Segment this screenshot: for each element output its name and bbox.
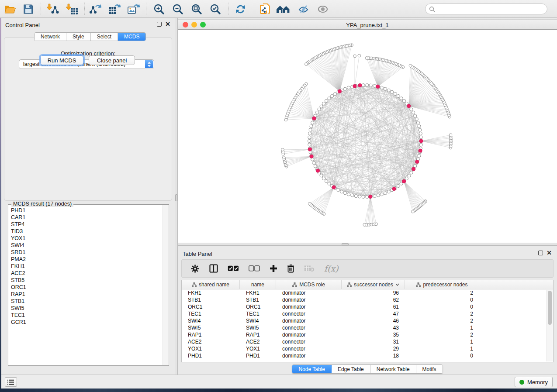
graph-mcds-node[interactable]: [338, 89, 341, 93]
table-scrollbar[interactable]: [547, 290, 553, 361]
graph-node[interactable]: [282, 156, 285, 159]
mcds-result-item[interactable]: TID3: [10, 228, 162, 235]
graph-node[interactable]: [418, 154, 421, 157]
graph-mcds-node[interactable]: [316, 169, 320, 172]
tab-edge-table[interactable]: Edge Table: [332, 365, 370, 373]
graph-node[interactable]: [309, 128, 312, 131]
graph-mcds-node[interactable]: [415, 160, 419, 163]
graph-node[interactable]: [337, 189, 340, 192]
mcds-result-item[interactable]: TEC1: [10, 312, 162, 319]
graph-node[interactable]: [320, 105, 323, 108]
zoom-in-button[interactable]: [152, 2, 166, 16]
home-networks-button[interactable]: [276, 2, 291, 16]
graph-node[interactable]: [387, 190, 390, 193]
graph-node[interactable]: [384, 192, 387, 195]
tab-mcds[interactable]: MCDS: [118, 33, 145, 41]
tab-style[interactable]: Style: [66, 33, 91, 41]
graph-node[interactable]: [281, 148, 284, 151]
graph-node[interactable]: [408, 174, 411, 177]
float-panel-icon[interactable]: [157, 22, 162, 27]
graph-node[interactable]: [412, 210, 415, 213]
graph-mcds-node[interactable]: [358, 84, 362, 87]
graph-node[interactable]: [347, 193, 350, 196]
mcds-result-item[interactable]: ORC1: [10, 284, 162, 291]
graph-node[interactable]: [354, 195, 357, 198]
save-session-button[interactable]: [21, 2, 36, 16]
table-row[interactable]: RAP1RAP1dominator352: [182, 331, 553, 338]
import-table-button[interactable]: [65, 2, 80, 16]
zoom-selected-button[interactable]: [208, 2, 223, 16]
graph-node[interactable]: [365, 57, 368, 60]
mcds-result-item[interactable]: ACE2: [10, 270, 162, 277]
graph-mcds-node[interactable]: [369, 195, 372, 198]
table-row[interactable]: YOX1YOX1connector291: [182, 345, 553, 352]
table-row[interactable]: SWI4SWI4dominator462: [182, 317, 553, 324]
column-header-predecessor-nodes[interactable]: predecessor nodes: [405, 280, 479, 289]
table-row[interactable]: PHD1PHD1dominator180: [182, 352, 553, 359]
graph-node[interactable]: [387, 89, 390, 92]
mcds-result-item[interactable]: GCR1: [10, 319, 162, 326]
column-header-successor-nodes[interactable]: successor nodes: [342, 280, 405, 289]
vertical-splitter-handle[interactable]: [175, 194, 177, 201]
vertical-splitter[interactable]: [175, 18, 178, 375]
table-row[interactable]: SWI5SWI5connector431: [182, 324, 553, 331]
graph-node[interactable]: [320, 174, 323, 177]
graph-node[interactable]: [449, 134, 452, 137]
graph-node[interactable]: [331, 94, 334, 97]
graph-node[interactable]: [419, 143, 422, 146]
mcds-result-item[interactable]: RAP1: [10, 291, 162, 298]
graph-node[interactable]: [418, 125, 421, 128]
graph-mcds-node[interactable]: [407, 104, 411, 108]
graph-node[interactable]: [347, 86, 350, 89]
graph-node[interactable]: [308, 139, 311, 142]
mcds-result-item[interactable]: STP4: [10, 221, 162, 228]
graph-node[interactable]: [284, 118, 287, 121]
graph-node[interactable]: [419, 128, 422, 131]
mcds-result-item[interactable]: YOX1: [10, 235, 162, 242]
graph-node[interactable]: [380, 86, 383, 89]
select-all-columns-button[interactable]: [228, 265, 239, 272]
column-header-MCDS-role[interactable]: MCDS role: [276, 280, 342, 289]
graph-node[interactable]: [391, 90, 394, 93]
search-input[interactable]: [435, 5, 547, 14]
graph-node[interactable]: [322, 177, 325, 180]
graph-node[interactable]: [363, 224, 366, 227]
graph-node[interactable]: [384, 87, 387, 90]
graph-node[interactable]: [405, 177, 408, 180]
create-column-button[interactable]: [270, 265, 277, 272]
graph-node[interactable]: [325, 179, 328, 182]
mcds-result-item[interactable]: SWI4: [10, 242, 162, 249]
mcds-result-item[interactable]: CAR1: [10, 214, 162, 221]
table-row[interactable]: ORC1ORC1dominator610: [182, 303, 553, 310]
delete-columns-button[interactable]: [287, 264, 294, 273]
graph-node[interactable]: [366, 195, 369, 198]
graph-mcds-node[interactable]: [376, 85, 380, 88]
graph-node[interactable]: [373, 195, 376, 198]
graph-node[interactable]: [308, 202, 311, 205]
graph-node[interactable]: [343, 192, 346, 195]
graph-node[interactable]: [397, 184, 400, 187]
tab-select[interactable]: Select: [91, 33, 118, 41]
close-table-panel-icon[interactable]: ✕: [547, 251, 552, 255]
horizontal-splitter-handle[interactable]: [342, 243, 349, 245]
table-scrollbar-thumb[interactable]: [548, 291, 552, 325]
graph-node[interactable]: [328, 97, 331, 100]
table-row[interactable]: STB1STB1dominator620: [182, 296, 553, 303]
show-preview-button[interactable]: [315, 2, 330, 16]
graph-node[interactable]: [305, 63, 308, 66]
graph-node[interactable]: [412, 111, 415, 114]
export-image-button[interactable]: [126, 2, 141, 16]
network-canvas[interactable]: [178, 30, 557, 243]
graph-node[interactable]: [400, 97, 403, 100]
graph-node[interactable]: [362, 84, 365, 87]
graph-node[interactable]: [328, 182, 331, 185]
column-header-name[interactable]: name: [240, 280, 276, 289]
export-table-button[interactable]: [107, 2, 122, 16]
graph-node[interactable]: [373, 84, 376, 87]
network-graph[interactable]: [178, 30, 557, 243]
table-row[interactable]: TEC1TEC1connector472: [182, 310, 553, 317]
graph-node[interactable]: [308, 132, 311, 135]
graph-node[interactable]: [366, 84, 369, 87]
graph-node[interactable]: [402, 99, 405, 102]
mcds-result-item[interactable]: FKH1: [10, 263, 162, 270]
